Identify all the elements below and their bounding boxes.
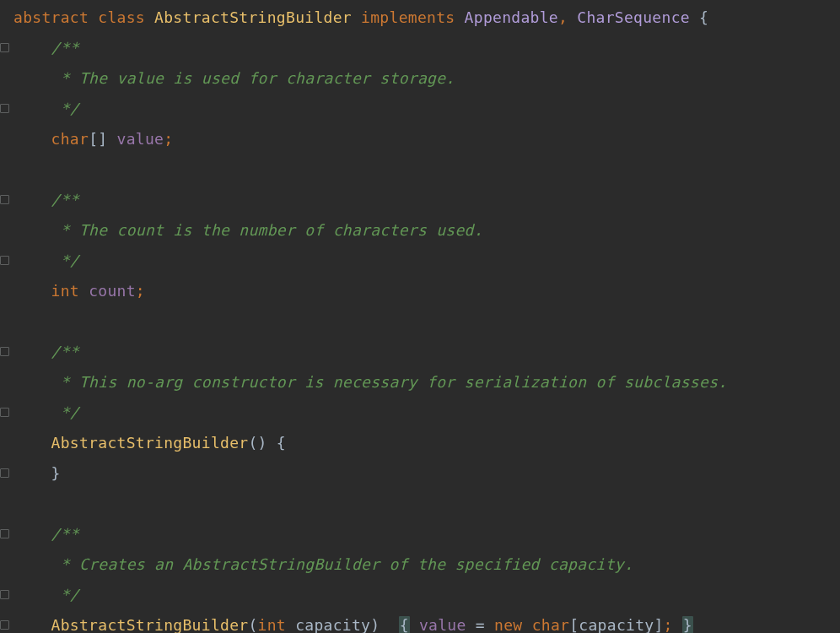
fold-icon <box>0 256 9 265</box>
open-paren: ( <box>248 616 257 634</box>
field-count: count <box>89 282 136 300</box>
code-line[interactable]: /** <box>0 32 840 62</box>
code-line[interactable]: * This no-arg constructor is necessary f… <box>0 366 840 397</box>
open-brace: { <box>277 434 286 452</box>
fold-marker[interactable] <box>0 336 12 366</box>
gutter <box>0 214 12 245</box>
code-line[interactable]: abstract class AbstractStringBuilder imp… <box>0 2 840 32</box>
javadoc-open: /** <box>51 525 79 543</box>
gutter <box>0 2 12 32</box>
code-line[interactable]: AbstractStringBuilder() { <box>0 427 840 457</box>
code: */ <box>12 586 79 603</box>
class-name: AbstractStringBuilder <box>154 8 352 26</box>
javadoc-text: * The value is used for character storag… <box>51 69 455 87</box>
fold-icon <box>0 590 9 599</box>
fold-marker[interactable] <box>0 93 12 123</box>
type-char: char <box>51 130 89 148</box>
fold-marker[interactable] <box>0 518 12 549</box>
code-line[interactable] <box>0 154 840 184</box>
code-line[interactable]: */ <box>0 397 840 427</box>
code-line[interactable]: * The count is the number of characters … <box>0 214 840 245</box>
code-line[interactable]: * The value is used for character storag… <box>0 62 840 93</box>
code: AbstractStringBuilder(int capacity) { va… <box>12 616 693 634</box>
code-line[interactable] <box>0 488 840 518</box>
code: * Creates an AbstractStringBuilder of th… <box>12 555 633 573</box>
field-value: value <box>117 130 164 148</box>
fold-marker[interactable] <box>0 32 12 62</box>
param-capacity: capacity <box>579 616 654 634</box>
keyword-abstract: abstract <box>13 8 89 26</box>
field-value: value <box>419 616 466 634</box>
open-brace-highlighted: { <box>399 616 410 634</box>
code-line[interactable]: /** <box>0 518 840 549</box>
code-line[interactable]: /** <box>0 184 840 214</box>
code-line[interactable]: /** <box>0 336 840 366</box>
brackets: [] <box>89 130 107 148</box>
type-char: char <box>532 616 570 634</box>
close-brace: } <box>51 464 61 482</box>
code: } <box>12 464 61 482</box>
code-line[interactable]: */ <box>0 579 840 609</box>
fold-icon <box>0 620 9 630</box>
fold-icon <box>0 347 9 356</box>
code: * This no-arg constructor is necessary f… <box>12 373 727 391</box>
javadoc-text: * The count is the number of characters … <box>51 221 483 239</box>
open-bracket: [ <box>569 616 579 634</box>
fold-icon <box>0 408 9 417</box>
code-editor[interactable]: abstract class AbstractStringBuilder imp… <box>0 0 840 633</box>
code-line[interactable]: AbstractStringBuilder(int capacity) { va… <box>0 609 840 633</box>
javadoc-open: /** <box>51 39 79 57</box>
semicolon: ; <box>664 616 673 634</box>
fold-marker[interactable] <box>0 184 12 214</box>
type-int: int <box>51 282 79 300</box>
interface-appendable: Appendable <box>465 8 558 26</box>
javadoc-close: */ <box>51 586 79 603</box>
code-line[interactable]: int count; <box>0 275 840 306</box>
gutter <box>0 488 12 518</box>
fold-marker[interactable] <box>0 245 12 275</box>
javadoc-text: * This no-arg constructor is necessary f… <box>51 373 728 391</box>
code-line[interactable]: */ <box>0 245 840 275</box>
assign-op: = <box>466 616 494 634</box>
fold-icon <box>0 43 9 52</box>
code-line[interactable] <box>0 306 840 336</box>
javadoc-close: */ <box>51 403 79 421</box>
semicolon: ; <box>136 282 145 300</box>
code-line[interactable]: } <box>0 457 840 488</box>
interface-charsequence: CharSequence <box>577 8 690 26</box>
code: */ <box>12 100 79 117</box>
parens: () <box>248 434 267 452</box>
gutter <box>0 366 12 397</box>
code: */ <box>12 403 79 421</box>
gutter <box>0 306 12 336</box>
code-line[interactable]: * Creates an AbstractStringBuilder of th… <box>0 549 840 579</box>
code: int count; <box>12 282 145 300</box>
code: * The value is used for character storag… <box>12 69 455 87</box>
close-brace-highlighted: } <box>682 616 693 634</box>
gutter <box>0 123 12 154</box>
fold-icon <box>0 104 9 113</box>
comma: , <box>558 8 568 26</box>
constructor-name: AbstractStringBuilder <box>51 616 249 634</box>
semicolon: ; <box>164 130 173 148</box>
code-line[interactable]: */ <box>0 93 840 123</box>
code-line[interactable]: char[] value; <box>0 123 840 154</box>
close-bracket: ] <box>654 616 663 634</box>
code: char[] value; <box>12 130 173 148</box>
fold-icon <box>0 468 9 478</box>
code: /** <box>12 39 79 57</box>
fold-marker[interactable] <box>0 397 12 427</box>
fold-icon <box>0 195 9 204</box>
code: AbstractStringBuilder() { <box>12 434 286 452</box>
gutter <box>0 427 12 457</box>
close-paren: ) <box>370 616 380 634</box>
keyword-class: class <box>98 8 145 26</box>
javadoc-text: * Creates an AbstractStringBuilder of th… <box>51 555 634 573</box>
fold-marker[interactable] <box>0 609 12 633</box>
fold-marker[interactable] <box>0 579 12 609</box>
gutter <box>0 62 12 93</box>
gutter <box>0 275 12 306</box>
code: * The count is the number of characters … <box>12 221 483 239</box>
code: */ <box>12 252 79 269</box>
fold-marker[interactable] <box>0 457 12 488</box>
